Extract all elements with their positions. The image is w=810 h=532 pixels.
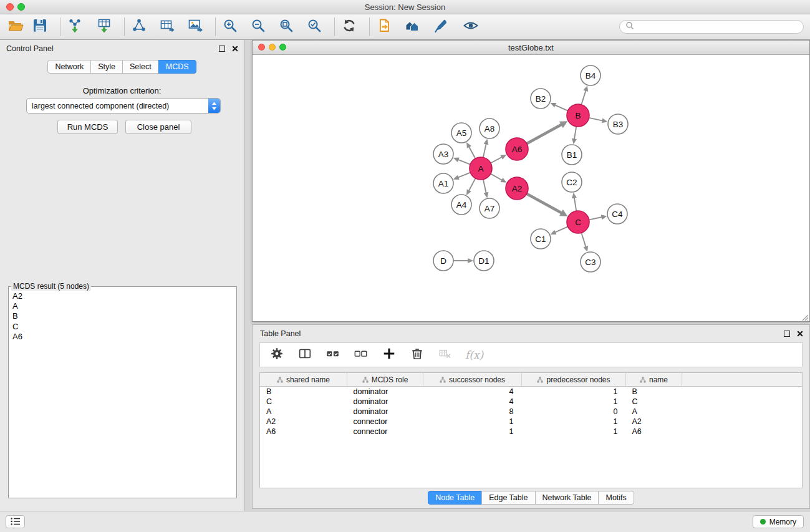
graph-node-A2[interactable]: A2 — [506, 177, 528, 200]
table-row[interactable]: A6connector11A6 — [260, 427, 802, 437]
delete-column-button[interactable] — [409, 347, 425, 363]
graph-edge-D-D1[interactable] — [453, 258, 473, 263]
table-row[interactable]: A2connector11A2 — [260, 417, 802, 427]
graph-node-B1[interactable]: B1 — [562, 145, 582, 165]
search-input[interactable] — [638, 22, 798, 32]
tab-network-table[interactable]: Network Table — [535, 491, 599, 505]
graph-node-A8[interactable]: A8 — [480, 118, 499, 138]
tab-style[interactable]: Style — [90, 60, 123, 74]
graph-node-D[interactable]: D — [433, 251, 453, 271]
new-network-button[interactable] — [130, 17, 148, 37]
float-panel-icon[interactable] — [219, 46, 225, 52]
graph-node-C1[interactable]: C1 — [531, 229, 551, 249]
graph-node-A4[interactable]: A4 — [451, 195, 471, 215]
ndex-document-button[interactable] — [375, 17, 393, 37]
table-row[interactable]: Adominator80A — [260, 407, 802, 417]
graph-edge-A-A8[interactable] — [483, 139, 489, 158]
network-canvas[interactable]: AA6A2BCA5A8A3A1A4A7B1B2B3B4C1C2C3C4DD1 — [253, 55, 809, 321]
graph-node-D1[interactable]: D1 — [474, 251, 494, 271]
zoom-out-button[interactable] — [249, 17, 268, 37]
graph-edge-C-C4[interactable] — [589, 215, 607, 220]
column-header-successor-nodes[interactable]: successor nodes — [423, 373, 522, 387]
zoom-in-button[interactable] — [221, 17, 239, 37]
graph-edge-C-C1[interactable] — [551, 226, 568, 235]
column-header-shared-name[interactable]: shared name — [260, 373, 347, 387]
refresh-layout-button[interactable] — [340, 17, 359, 37]
import-network-button[interactable] — [65, 17, 84, 37]
graph-node-C3[interactable]: C3 — [581, 252, 600, 272]
graph-node-B3[interactable]: B3 — [608, 114, 628, 134]
graph-node-A6[interactable]: A6 — [506, 138, 528, 160]
close-panel-icon[interactable] — [232, 43, 238, 54]
delete-table-button[interactable] — [437, 347, 453, 363]
select-all-button[interactable] — [325, 347, 341, 363]
graph-node-A[interactable]: A — [470, 157, 492, 180]
save-session-button[interactable] — [31, 17, 49, 37]
tab-motifs[interactable]: Motifs — [598, 491, 634, 505]
show-graphics-button[interactable] — [461, 17, 480, 37]
tab-network[interactable]: Network — [47, 60, 91, 74]
tab-select[interactable]: Select — [122, 60, 159, 74]
close-window-button[interactable] — [6, 3, 14, 11]
graph-edge-A-A2[interactable] — [491, 174, 507, 183]
graph-node-A3[interactable]: A3 — [433, 144, 453, 164]
add-column-button[interactable] — [381, 347, 397, 363]
graph-node-B4[interactable]: B4 — [581, 65, 600, 85]
run-mcds-button[interactable]: Run MCDS — [57, 120, 118, 134]
column-header-predecessor-nodes[interactable]: predecessor nodes — [522, 373, 626, 387]
table-settings-button[interactable] — [269, 347, 285, 363]
close-panel-button[interactable]: Close panel — [125, 120, 191, 134]
graph-node-C[interactable]: C — [567, 211, 589, 233]
open-session-button[interactable] — [6, 17, 25, 37]
graph-edge-C-C2[interactable] — [572, 193, 577, 211]
graph-node-B[interactable]: B — [567, 104, 589, 127]
graph-node-A1[interactable]: A1 — [433, 173, 453, 193]
home-button[interactable] — [403, 17, 422, 37]
graph-edge-B-B1[interactable] — [572, 127, 577, 144]
export-image-button[interactable] — [186, 17, 205, 37]
network-close-button[interactable] — [258, 44, 265, 51]
float-table-panel-icon[interactable] — [784, 331, 790, 337]
graph-edge-A-A7[interactable] — [483, 180, 489, 198]
graph-edge-A2-C[interactable] — [527, 194, 568, 216]
resize-grip-icon[interactable] — [801, 312, 809, 321]
table-row[interactable]: Bdominator41B — [260, 387, 802, 397]
new-table-button[interactable] — [158, 17, 176, 37]
task-history-button[interactable] — [6, 515, 25, 528]
graph-node-A7[interactable]: A7 — [480, 198, 499, 218]
graph-edge-B-B2[interactable] — [551, 103, 568, 111]
tab-node-table[interactable]: Node Table — [428, 491, 482, 505]
column-header-mcds-role[interactable]: MCDS role — [347, 373, 423, 387]
style-brush-button[interactable] — [432, 17, 451, 37]
graph-node-C2[interactable]: C2 — [562, 172, 582, 192]
close-table-panel-icon[interactable] — [797, 328, 803, 339]
network-zoom-button[interactable] — [279, 44, 286, 51]
tab-mcds[interactable]: MCDS — [158, 60, 196, 74]
graph-edge-A6-B[interactable] — [527, 121, 568, 143]
graph-edge-B-B3[interactable] — [589, 118, 608, 123]
graph-edge-A-A1[interactable] — [453, 173, 471, 180]
memory-button[interactable]: Memory — [753, 515, 804, 528]
import-table-button[interactable] — [95, 17, 113, 37]
graph-node-A5[interactable]: A5 — [451, 123, 471, 143]
column-header-name[interactable]: name — [626, 373, 682, 387]
graph-node-B2[interactable]: B2 — [531, 89, 551, 109]
table-row[interactable]: Cdominator41C — [260, 397, 802, 407]
tab-edge-table[interactable]: Edge Table — [481, 491, 535, 505]
graph-edge-A-A6[interactable] — [491, 155, 506, 163]
graph-edge-C-C3[interactable] — [581, 233, 588, 252]
graph-edge-A-A3[interactable] — [453, 158, 470, 165]
graph-node-C4[interactable]: C4 — [607, 204, 627, 224]
optimization-dropdown[interactable]: largest connected component (directed) — [26, 98, 221, 114]
graph-edge-A-A5[interactable] — [466, 142, 475, 158]
show-columns-button[interactable] — [297, 347, 313, 363]
network-minimize-button[interactable] — [269, 44, 276, 51]
function-builder-button[interactable]: f(x) — [465, 349, 483, 361]
zoom-selected-button[interactable] — [305, 17, 324, 37]
zoom-window-button[interactable] — [17, 3, 25, 11]
graph-edge-B-B4[interactable] — [581, 85, 588, 105]
zoom-fit-button[interactable] — [277, 17, 296, 37]
graph-edge-A-A4[interactable] — [466, 178, 476, 195]
network-window-titlebar[interactable]: testGlobe.txt — [253, 41, 809, 55]
deselect-all-button[interactable] — [353, 347, 369, 363]
